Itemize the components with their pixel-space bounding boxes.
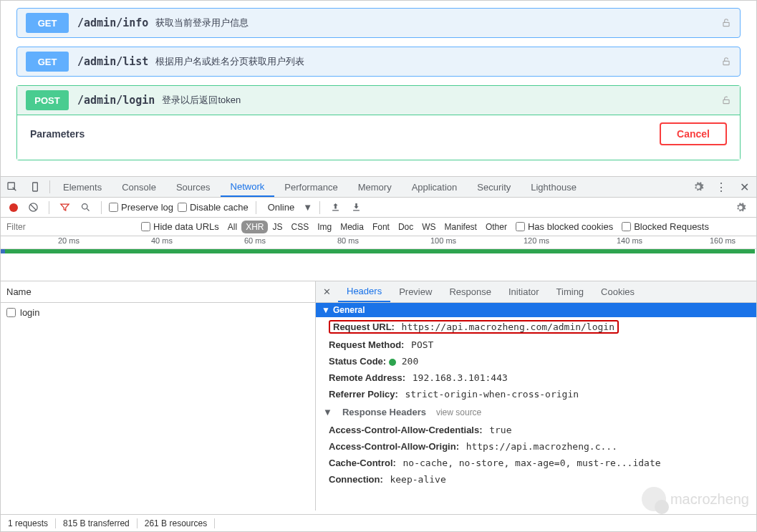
cancel-button[interactable]: Cancel <box>660 122 727 145</box>
header-row: Cache-Control: no-cache, no-store, max-a… <box>316 455 756 471</box>
device-icon[interactable] <box>24 181 47 193</box>
tab-performance[interactable]: Performance <box>274 177 347 197</box>
timeline-tick: 40 ms <box>151 236 173 245</box>
parameters-title: Parameters <box>30 128 85 140</box>
type-filter-ws[interactable]: WS <box>418 221 440 233</box>
lock-icon <box>721 18 731 28</box>
record-button[interactable] <box>9 203 18 212</box>
type-filter-font[interactable]: Font <box>368 221 394 233</box>
tab-security[interactable]: Security <box>467 177 521 197</box>
filter-input[interactable] <box>1 222 137 232</box>
timeline-tick: 120 ms <box>524 236 549 245</box>
type-filter-img[interactable]: Img <box>313 221 336 233</box>
tab-elements[interactable]: Elements <box>53 177 112 197</box>
chevron-down-icon[interactable]: ▼ <box>303 202 312 213</box>
separator <box>319 201 320 214</box>
header-row: Connection: keep-alive <box>316 471 756 488</box>
subtab-cookies[interactable]: Cookies <box>592 281 643 302</box>
disable-cache-checkbox[interactable]: Disable cache <box>178 202 249 213</box>
response-headers-header[interactable]: ▼ Response Headers view source <box>316 402 756 422</box>
tab-console[interactable]: Console <box>112 177 166 197</box>
timeline-overview[interactable] <box>1 249 756 281</box>
type-filter-css[interactable]: CSS <box>286 221 313 233</box>
separator <box>49 201 49 214</box>
type-filter-media[interactable]: Media <box>336 221 368 233</box>
tab-network[interactable]: Network <box>221 177 275 197</box>
timeline-segment <box>1 249 5 253</box>
request-detail: ✕ HeadersPreviewResponseInitiatorTimingC… <box>316 281 756 511</box>
header-row: Access-Control-Allow-Credentials: true <box>316 422 756 438</box>
close-icon[interactable]: ✕ <box>733 180 756 194</box>
caret-down-icon: ▼ <box>322 305 330 315</box>
clear-icon[interactable] <box>25 202 42 213</box>
filter-bar: Hide data URLs AllXHRJSCSSImgMediaFontDo… <box>1 218 756 236</box>
blocked-requests-checkbox[interactable]: Blocked Requests <box>617 221 713 232</box>
api-op-post-login: POST /admin/login 登录以后返回token Parameters… <box>16 85 741 160</box>
throttling-select[interactable]: Online <box>264 202 299 213</box>
header-row: Request Method: POST <box>316 337 756 353</box>
api-desc: 获取当前登录用户信息 <box>155 16 249 29</box>
close-detail-icon[interactable]: ✕ <box>316 286 338 297</box>
upload-har-icon[interactable] <box>327 202 344 213</box>
timeline-tick: 140 ms <box>617 236 642 245</box>
preserve-log-checkbox[interactable]: Preserve log <box>109 202 173 213</box>
request-name: login <box>20 307 39 318</box>
separator <box>256 201 256 214</box>
type-filter-xhr[interactable]: XHR <box>241 221 268 233</box>
request-row[interactable]: login <box>1 303 315 322</box>
timeline-tick: 80 ms <box>337 236 359 245</box>
subtab-response[interactable]: Response <box>440 281 500 302</box>
api-op-get-list[interactable]: GET /admin/list 根据用户名或姓名分页获取用户列表 <box>16 47 741 77</box>
type-filter-js[interactable]: JS <box>268 221 286 233</box>
tab-application[interactable]: Application <box>402 177 468 197</box>
has-blocked-cookies-checkbox[interactable]: Has blocked cookies <box>511 221 617 232</box>
unlock-icon <box>721 95 731 105</box>
type-filter-other[interactable]: Other <box>481 221 511 233</box>
http-method-badge: POST <box>26 90 69 110</box>
status-bar: 1 requests 815 B transferred 261 B resou… <box>1 514 756 531</box>
devtools-tabs: ElementsConsoleSourcesNetworkPerformance… <box>1 176 756 198</box>
timeline-ruler: 20 ms40 ms60 ms80 ms100 ms120 ms140 ms16… <box>1 236 756 249</box>
api-op-header[interactable]: POST /admin/login 登录以后返回token <box>16 85 741 115</box>
type-filter-manifest[interactable]: Manifest <box>440 221 481 233</box>
svg-rect-4 <box>33 183 38 191</box>
status-resources: 261 B resources <box>138 518 215 528</box>
api-op-get-info[interactable]: GET /admin/info 获取当前登录用户信息 <box>16 8 741 38</box>
tab-lighthouse[interactable]: Lighthouse <box>521 177 587 197</box>
row-checkbox[interactable] <box>6 308 16 317</box>
type-filter-doc[interactable]: Doc <box>394 221 418 233</box>
tab-sources[interactable]: Sources <box>166 177 221 197</box>
watermark: macrozheng <box>642 487 749 511</box>
gear-icon[interactable] <box>687 181 710 193</box>
col-name-header[interactable]: Name <box>1 281 315 303</box>
view-source-link[interactable]: view source <box>436 407 481 417</box>
inspect-icon[interactable] <box>1 181 24 193</box>
lock-icon <box>721 57 731 67</box>
subtab-headers[interactable]: Headers <box>338 281 390 302</box>
gear-icon[interactable] <box>731 202 751 213</box>
filter-icon[interactable] <box>57 202 73 213</box>
subtab-initiator[interactable]: Initiator <box>500 281 548 302</box>
header-row: Access-Control-Allow-Origin: https://api… <box>316 438 756 455</box>
api-path: /admin/login <box>77 94 155 107</box>
subtab-preview[interactable]: Preview <box>390 281 440 302</box>
timeline-tick: 60 ms <box>244 236 266 245</box>
separator <box>101 201 102 214</box>
download-har-icon[interactable] <box>348 202 365 213</box>
http-method-badge: GET <box>26 52 69 72</box>
status-transferred: 815 B transferred <box>56 518 138 528</box>
general-section-header[interactable]: ▼ General <box>316 303 756 317</box>
hide-data-urls-checkbox[interactable]: Hide data URLs <box>137 221 223 232</box>
timeline-tick: 100 ms <box>430 236 456 245</box>
search-icon[interactable] <box>77 202 94 213</box>
timeline-tick: 20 ms <box>58 236 79 245</box>
more-icon[interactable]: ⋮ <box>710 180 733 194</box>
svg-rect-8 <box>353 210 360 211</box>
header-row: Referrer Policy: strict-origin-when-cros… <box>316 386 756 402</box>
tab-memory[interactable]: Memory <box>348 177 402 197</box>
subtab-timing[interactable]: Timing <box>548 281 593 302</box>
type-filter-all[interactable]: All <box>223 221 241 233</box>
header-row: Remote Address: 192.168.3.101:443 <box>316 369 756 386</box>
svg-rect-1 <box>723 61 729 64</box>
svg-rect-7 <box>332 210 339 211</box>
